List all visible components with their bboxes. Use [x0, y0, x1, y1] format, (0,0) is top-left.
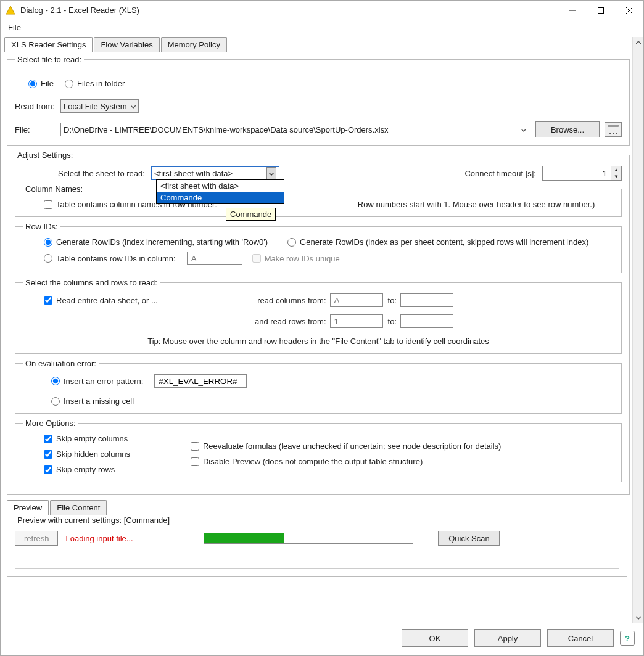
chevron-down-icon	[521, 125, 526, 134]
timeout-label: Connect timeout [s]:	[464, 169, 536, 178]
col-to-label: to:	[388, 296, 397, 305]
radio-file[interactable]: File	[28, 79, 54, 88]
group-adjust-legend: Adjust Settings:	[15, 150, 75, 160]
maximize-button[interactable]	[587, 1, 615, 20]
dialog-footer: OK Apply Cancel ?	[1, 623, 643, 655]
scroll-up-icon[interactable]	[633, 37, 643, 48]
check-skip-empty-cols[interactable]: Skip empty columns	[44, 434, 130, 443]
group-preview-legend: Preview with current settings: [Commande…	[15, 515, 172, 525]
sheet-tooltip: Commande	[226, 208, 276, 221]
check-skip-empty-rows[interactable]: Skip empty rows	[44, 465, 130, 474]
menubar: File	[1, 20, 643, 35]
tab-flow-variables[interactable]: Flow Variables	[94, 37, 159, 52]
progress-bar	[204, 533, 413, 544]
group-more-options-legend: More Options:	[23, 419, 78, 428]
file-label: File:	[15, 125, 60, 134]
group-row-ids-legend: Row IDs:	[23, 222, 60, 231]
app-logo-icon	[6, 6, 15, 15]
scroll-down-icon[interactable]	[633, 612, 643, 623]
timeout-input[interactable]	[543, 166, 611, 180]
tab-file-content[interactable]: File Content	[50, 500, 107, 515]
loading-text: Loading input file...	[65, 534, 133, 543]
group-select-file: Select file to read: File Files in folde…	[7, 55, 630, 146]
tab-memory-policy[interactable]: Memory Policy	[161, 37, 227, 52]
spinner-down-icon[interactable]: ▼	[611, 173, 621, 180]
check-rowid-unique[interactable]: Make row IDs unique	[252, 254, 340, 263]
preview-tabs: Preview File Content	[7, 500, 627, 515]
sheet-option-commande[interactable]: Commande	[157, 192, 284, 203]
quick-scan-button[interactable]: Quick Scan	[438, 531, 500, 546]
ok-button[interactable]: OK	[402, 629, 468, 647]
range-tip: Tip: Mouse over the column and row heade…	[23, 337, 614, 346]
sheet-option-first[interactable]: <first sheet with data>	[157, 180, 284, 192]
browse-button[interactable]: Browse...	[535, 121, 600, 137]
content-area: XLS Reader Settings Flow Variables Memor…	[1, 35, 643, 623]
group-adjust-settings: Adjust Settings: Select the sheet to rea…	[7, 150, 630, 495]
group-column-names: Column Names: Table contains column name…	[15, 184, 622, 217]
row-to-label: to:	[388, 317, 397, 326]
radio-insert-missing[interactable]: Insert a missing cell	[51, 396, 134, 406]
group-column-names-legend: Column Names:	[23, 184, 85, 194]
menu-file[interactable]: File	[6, 22, 23, 33]
chevron-down-icon	[266, 167, 276, 180]
file-path-combo[interactable]: D:\OneDrive - LIMTREE\DOCUMENTS\knime-wo…	[60, 123, 529, 136]
group-range: Select the columns and rows to read: Rea…	[15, 278, 622, 354]
settings-pane: Select file to read: File Files in folde…	[4, 52, 632, 577]
titlebar: Dialog - 2:1 - Excel Reader (XLS)	[1, 1, 643, 20]
vertical-scrollbar[interactable]	[632, 37, 643, 623]
radio-insert-error-pattern[interactable]: Insert an error pattern:	[51, 377, 143, 386]
radio-rowid-generate[interactable]: Generate RowIDs (index incrementing, sta…	[44, 237, 268, 247]
help-button[interactable]: ?	[620, 631, 635, 646]
colnames-hint-tail: Row numbers start with 1. Mouse over hea…	[358, 200, 595, 209]
apply-button[interactable]: Apply	[474, 629, 541, 647]
read-from-combo[interactable]: Local File System	[60, 99, 139, 113]
sheet-dropdown-list[interactable]: <first sheet with data> Commande	[156, 179, 284, 204]
svg-rect-2	[598, 7, 604, 13]
readcols-label: read columns from:	[257, 296, 326, 305]
sheet-combo[interactable]: <first sheet with data>	[151, 166, 279, 180]
refresh-button[interactable]: refresh	[15, 531, 58, 546]
radio-rowid-column[interactable]: Table contains row IDs in column:	[44, 254, 176, 263]
group-eval-error: On evaluation error: Insert an error pat…	[15, 359, 622, 414]
rowid-column-field[interactable]	[187, 252, 242, 265]
svg-marker-0	[6, 6, 15, 14]
window-title: Dialog - 2:1 - Excel Reader (XLS)	[20, 6, 558, 15]
group-eval-error-legend: On evaluation error:	[23, 359, 99, 368]
main-tabs: XLS Reader Settings Flow Variables Memor…	[4, 37, 630, 52]
tab-xls-reader-settings[interactable]: XLS Reader Settings	[4, 37, 93, 52]
check-disable-preview[interactable]: Disable Preview (does not compute the ou…	[191, 457, 501, 466]
tab-preview[interactable]: Preview	[7, 500, 49, 515]
error-pattern-field[interactable]	[154, 374, 247, 388]
radio-files-in-folder[interactable]: Files in folder	[65, 79, 125, 88]
select-sheet-label: Select the sheet to read:	[58, 169, 145, 178]
read-from-label: Read from:	[15, 102, 60, 111]
file-options-button[interactable]	[605, 122, 622, 137]
chevron-down-icon	[131, 102, 136, 111]
group-row-ids: Row IDs: Generate RowIDs (index incremen…	[15, 222, 622, 273]
minimize-button[interactable]	[558, 1, 587, 20]
timeout-spinner[interactable]: ▲ ▼	[542, 166, 622, 181]
check-read-entire[interactable]: Read entire data sheet, or ...	[44, 296, 158, 305]
radio-rowid-sheetindex[interactable]: Generate RowIDs (index as per sheet cont…	[287, 237, 588, 247]
readrows-label: and read rows from:	[255, 317, 326, 326]
scroll-track[interactable]	[633, 48, 643, 612]
preview-table-placeholder	[15, 552, 619, 569]
group-select-file-legend: Select file to read:	[15, 55, 84, 64]
cancel-button[interactable]: Cancel	[547, 629, 614, 647]
group-preview: Preview with current settings: [Commande…	[7, 515, 627, 577]
close-button[interactable]	[615, 1, 643, 20]
spinner-up-icon[interactable]: ▲	[611, 166, 621, 173]
check-skip-hidden-cols[interactable]: Skip hidden columns	[44, 449, 130, 459]
col-from-field[interactable]	[330, 293, 383, 307]
dialog-window: Dialog - 2:1 - Excel Reader (XLS) File X…	[0, 0, 644, 656]
col-to-field[interactable]	[400, 293, 453, 307]
group-range-legend: Select the columns and rows to read:	[23, 278, 160, 287]
row-to-field[interactable]	[400, 314, 453, 328]
group-more-options: More Options: Skip empty columns Skip hi…	[15, 419, 622, 482]
row-from-field[interactable]	[330, 314, 383, 328]
check-reevaluate-formulas[interactable]: Reevaluate formulas (leave unchecked if …	[191, 441, 501, 451]
